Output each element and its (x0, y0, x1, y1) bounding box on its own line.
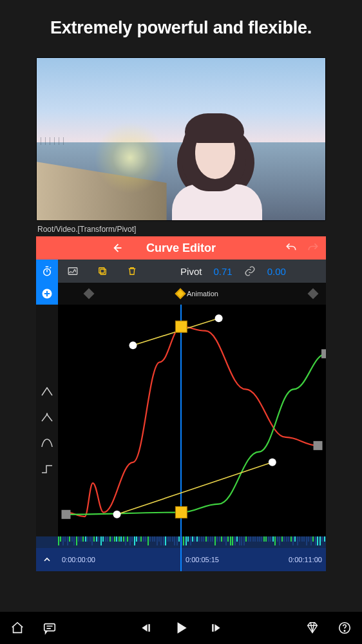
timeline-tick (219, 536, 220, 542)
svg-rect-2 (100, 269, 106, 274)
keyframe-gold[interactable] (175, 507, 187, 518)
timeline-tick (85, 536, 86, 542)
add-keyframe-button[interactable] (36, 283, 58, 305)
play-icon[interactable] (173, 620, 189, 636)
timeline-tick (91, 536, 93, 545)
timeline-tick (234, 536, 236, 545)
curve-green-curve[interactable] (66, 354, 326, 514)
timeline-tick (207, 536, 209, 542)
preset-step-icon[interactable] (41, 464, 53, 473)
timeline-tick (129, 536, 131, 545)
timeline-tick (210, 536, 211, 542)
timeline-tick (172, 536, 173, 542)
timeline-tick (98, 536, 99, 542)
bezier-handle-point[interactable] (113, 511, 121, 518)
bezier-handle-point[interactable] (215, 314, 223, 322)
timeline-tick (245, 536, 247, 542)
step-forward-icon[interactable] (207, 620, 224, 636)
keyframe-diamond-next[interactable] (308, 289, 319, 299)
timeline-tick (192, 536, 193, 542)
preset-spike-icon[interactable] (41, 413, 53, 422)
timeline-tick (254, 536, 256, 542)
copy-icon[interactable] (88, 260, 117, 283)
timeline-tick (232, 536, 233, 545)
timeline-tick (145, 536, 146, 542)
timeline-tick (225, 536, 227, 545)
timeline-tick (214, 536, 216, 545)
lens-flare (88, 116, 172, 200)
timeline-tick (149, 536, 151, 542)
panel-title: Curve Editor (146, 242, 216, 255)
timeline-playhead[interactable] (180, 536, 182, 548)
timeline-tick (160, 536, 162, 545)
anchor-gray[interactable] (321, 349, 326, 358)
timeline-tick (102, 536, 104, 542)
timeline-tick (299, 536, 300, 542)
timeline-tick (230, 536, 231, 545)
timeline-tick (310, 536, 312, 545)
link-icon[interactable] (244, 265, 256, 277)
stopwatch-button[interactable] (36, 260, 58, 283)
video-preview[interactable] (36, 57, 326, 221)
timeline-tick (265, 536, 267, 542)
anchor-gray[interactable] (314, 441, 323, 450)
keyframe-strip[interactable]: Animation (36, 283, 326, 305)
timeline-tick (272, 536, 274, 542)
timeline-tick (315, 536, 316, 545)
timeline-tick (114, 536, 115, 542)
curve-graph-area[interactable] (36, 305, 326, 536)
timeline-tick (274, 536, 276, 545)
bezier-handle-point[interactable] (129, 341, 137, 349)
redo-icon[interactable] (307, 242, 319, 254)
timeline-tick (277, 536, 278, 542)
diamond-premium-icon[interactable] (304, 620, 321, 636)
curve-editor-titlebar: Curve Editor (36, 236, 326, 260)
timeline-tick (306, 536, 307, 545)
keyframe-gold[interactable] (175, 321, 187, 332)
preset-bell-icon[interactable] (41, 439, 53, 448)
home-icon[interactable] (9, 620, 26, 636)
trash-icon[interactable] (117, 260, 147, 283)
step-back-icon[interactable] (138, 620, 155, 636)
undo-icon[interactable] (285, 242, 298, 254)
timeline-tick (73, 536, 75, 545)
anchor-gray[interactable] (61, 510, 70, 519)
timeline-tick (110, 536, 111, 542)
bezier-handle-point[interactable] (269, 459, 276, 466)
timeline-tick (105, 536, 106, 542)
property-label: Pivot (180, 266, 202, 277)
timeline-tick (111, 536, 113, 542)
timeline-tick (212, 536, 213, 542)
timeline-tick (236, 536, 238, 542)
curve-graph-icon[interactable] (58, 260, 88, 283)
help-icon[interactable] (336, 620, 353, 636)
curve-svg[interactable] (58, 305, 326, 536)
svg-rect-5 (44, 624, 55, 631)
keyframe-diamond-current[interactable] (175, 289, 186, 299)
timeline-tick (82, 536, 84, 542)
curve-red-curve[interactable] (66, 327, 318, 516)
timeline-tick (148, 536, 149, 545)
timeline-tick (241, 536, 242, 545)
timeline-tick (134, 536, 135, 545)
timeline-bar[interactable]: 0:00:00:00 0:00:05:15 0:00:11:00 (36, 548, 326, 571)
keyframe-diamond-prev[interactable] (84, 289, 95, 299)
timeline-tick (107, 536, 108, 542)
expand-timeline-icon[interactable] (36, 554, 58, 565)
timeline-bar-playhead[interactable] (180, 548, 182, 571)
timeline-ticks[interactable] (36, 536, 326, 548)
svg-rect-7 (212, 624, 214, 632)
timeline-tick (319, 536, 321, 545)
timeline-tick (321, 536, 323, 542)
back-arrow-icon[interactable] (110, 242, 123, 254)
property-value-primary[interactable]: 0.71 (213, 266, 232, 277)
timeline-tick (286, 536, 287, 542)
timeline-tick (67, 536, 68, 545)
timeline-tick (127, 536, 128, 542)
comment-icon[interactable] (41, 620, 58, 636)
timeline-tick (125, 536, 126, 545)
preset-triangle-icon[interactable] (41, 387, 53, 396)
bezier-handle-line[interactable] (117, 462, 272, 515)
timeline-tick (120, 536, 122, 542)
property-value-secondary[interactable]: 0.00 (267, 266, 286, 277)
